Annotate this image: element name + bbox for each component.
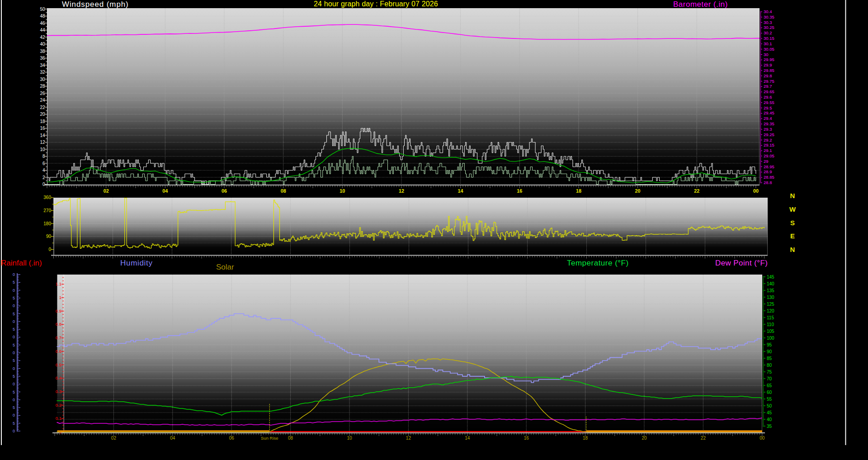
compass-letter-e-3: E (790, 232, 795, 240)
svg-text:29.5: 29.5 (764, 105, 772, 110)
svg-text:32: 32 (40, 70, 45, 75)
svg-text:65: 65 (767, 383, 772, 388)
svg-text:70: 70 (767, 376, 772, 381)
svg-text:5: 5 (13, 358, 15, 363)
svg-text:30.1: 30.1 (764, 41, 772, 46)
svg-text:0: 0 (48, 247, 51, 252)
svg-text:145: 145 (767, 275, 774, 280)
svg-text:28.85: 28.85 (764, 175, 774, 180)
svg-text:0: 0 (13, 413, 15, 417)
svg-text:360: 360 (43, 195, 51, 200)
svg-text:29.8: 29.8 (764, 73, 772, 78)
svg-text:0.5: 0.5 (56, 362, 61, 367)
svg-text:40: 40 (767, 417, 772, 422)
svg-text:6: 6 (42, 161, 45, 166)
svg-text:08: 08 (288, 436, 293, 441)
svg-text:18: 18 (40, 119, 45, 124)
svg-text:29.4: 29.4 (764, 116, 772, 121)
svg-text:29.85: 29.85 (764, 68, 774, 73)
svg-text:1.1: 1.1 (56, 281, 61, 286)
svg-text:29.6: 29.6 (764, 95, 772, 100)
svg-text:95: 95 (767, 342, 772, 347)
svg-text:5: 5 (13, 327, 15, 332)
chart-canvas: 0204060810121416182022000204060810121416… (0, 0, 868, 460)
svg-text:36: 36 (40, 56, 45, 61)
svg-text:14: 14 (40, 133, 45, 138)
svg-text:29.9: 29.9 (764, 62, 772, 67)
compass-letter-n-0: N (790, 192, 795, 199)
compass-letter-w-1: W (789, 205, 796, 213)
svg-text:130: 130 (767, 295, 774, 300)
svg-text:14: 14 (465, 436, 470, 441)
svg-text:46: 46 (40, 21, 45, 26)
svg-text:29.7: 29.7 (764, 84, 772, 89)
svg-text:50: 50 (40, 7, 45, 12)
svg-text:90: 90 (767, 349, 772, 354)
svg-text:34: 34 (40, 63, 45, 68)
svg-text:115: 115 (767, 315, 774, 320)
svg-text:20: 20 (635, 188, 641, 194)
svg-text:42: 42 (40, 35, 45, 40)
svg-text:0: 0 (13, 382, 15, 386)
svg-text:0: 0 (13, 319, 15, 324)
svg-text:45: 45 (767, 410, 772, 415)
compass-letter-n-4: N (790, 246, 795, 253)
svg-text:5: 5 (13, 280, 15, 285)
svg-text:90: 90 (46, 234, 52, 239)
svg-text:0.1: 0.1 (56, 416, 61, 421)
svg-text:55: 55 (767, 397, 772, 402)
svg-text:29.55: 29.55 (764, 100, 774, 105)
svg-text:29.45: 29.45 (764, 110, 774, 115)
svg-text:0.3: 0.3 (56, 389, 61, 394)
svg-text:00: 00 (760, 436, 765, 441)
svg-text:30.4: 30.4 (764, 9, 772, 14)
svg-text:30.25: 30.25 (764, 25, 774, 30)
svg-text:04: 04 (170, 436, 175, 441)
svg-text:5: 5 (13, 343, 15, 347)
svg-text:28: 28 (40, 84, 45, 89)
svg-text:12: 12 (40, 140, 45, 145)
windspeed-title: Windspeed (mph) (62, 0, 129, 8)
svg-text:29.15: 29.15 (764, 142, 774, 147)
svg-text:04: 04 (162, 188, 168, 194)
compass-letter-s-2: S (790, 219, 795, 227)
svg-text:60: 60 (767, 390, 772, 395)
svg-text:0.9: 0.9 (56, 308, 61, 313)
svg-text:28.95: 28.95 (764, 164, 774, 169)
svg-text:80: 80 (767, 363, 772, 368)
svg-text:0: 0 (13, 398, 15, 402)
svg-text:0.2: 0.2 (56, 403, 61, 408)
svg-text:29.35: 29.35 (764, 121, 774, 126)
svg-text:85: 85 (767, 356, 772, 361)
svg-text:02: 02 (104, 188, 109, 194)
svg-text:5: 5 (13, 390, 15, 394)
svg-text:29.25: 29.25 (764, 132, 774, 137)
svg-text:29: 29 (764, 159, 769, 164)
svg-text:06: 06 (229, 436, 235, 441)
svg-text:35: 35 (767, 424, 772, 429)
svg-text:125: 125 (767, 302, 774, 307)
svg-text:140: 140 (767, 281, 774, 286)
svg-text:4: 4 (42, 168, 45, 173)
svg-text:29.3: 29.3 (764, 127, 772, 132)
svg-text:14: 14 (458, 188, 463, 194)
svg-text:5: 5 (13, 405, 15, 410)
svg-text:22: 22 (701, 436, 706, 441)
svg-text:22: 22 (694, 188, 699, 194)
svg-text:30.35: 30.35 (764, 14, 774, 19)
barometer-title: Barometer (.in) (673, 0, 728, 8)
svg-text:30.15: 30.15 (764, 36, 774, 41)
svg-text:30: 30 (40, 77, 45, 82)
svg-text:26: 26 (40, 91, 45, 96)
svg-text:40: 40 (40, 42, 45, 47)
humidity-label: Humidity (120, 259, 153, 267)
svg-text:29.75: 29.75 (764, 79, 774, 84)
svg-text:10: 10 (340, 188, 345, 194)
svg-text:105: 105 (767, 329, 774, 334)
svg-text:180: 180 (43, 221, 51, 226)
svg-text:270: 270 (43, 208, 51, 213)
svg-text:5: 5 (13, 421, 15, 426)
svg-text:29.65: 29.65 (764, 89, 774, 94)
svg-text:100: 100 (767, 336, 774, 341)
svg-text:5: 5 (13, 312, 15, 316)
